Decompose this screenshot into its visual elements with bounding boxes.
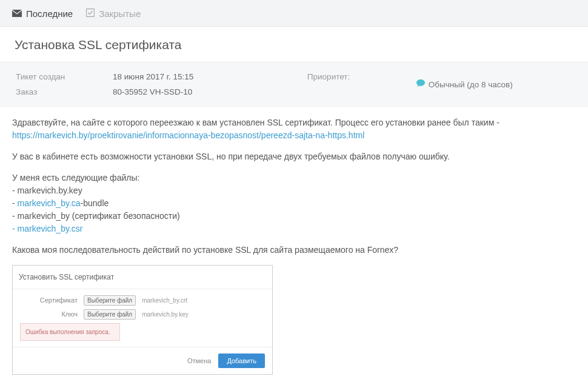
error-message: Ошибка выполнения запроса. [20,323,120,341]
created-value: 18 июня 2017 г. 15:15 [113,72,193,81]
ticket-meta: Тикет создан 18 июня 2017 г. 15:15 Заказ… [0,62,588,107]
ticket-title: Установка SSL сертификата [0,27,588,62]
files-intro-text: У меня есть следующие файлы [12,173,137,183]
files-colon: : [137,173,139,183]
priority-text: Обычный (до 8 часов) [429,80,513,89]
msg-para2: У вас в кабинете есть возможности устано… [12,150,576,163]
file2-link[interactable]: markevich_by.ca [18,198,81,208]
file3: - markevich_by (сертификат безопасности) [12,211,180,221]
cert-label: Сертификат [20,295,78,306]
tabs-bar: Последние Закрытые [0,0,588,27]
file2-pre: - [12,198,18,208]
embedded-panel: Установить SSL сертификат Сертификат Выб… [12,265,273,375]
tab-closed[interactable]: Закрытые [86,8,141,19]
add-button[interactable]: Добавить [218,354,265,368]
file4: - markevich_by.csr [12,224,82,233]
file1: - markevich.by.key [12,186,82,195]
key-filename: markevich.by.key [142,310,189,319]
choose-cert-button[interactable]: Выберите файл [84,295,136,306]
order-label: Заказ [16,87,113,96]
svg-rect-0 [87,9,95,17]
tab-recent[interactable]: Последние [12,8,73,19]
order-value: 80-35952 VH-SSD-10 [113,87,192,96]
choose-key-button[interactable]: Выберите файл [84,309,136,320]
msg-intro: Здравствуйте, на сайте с которого переез… [12,118,499,127]
ticket-message: Здравствуйте, на сайте с которого переез… [0,107,588,382]
priority-label: Приоритет: [307,72,416,96]
embedded-title: Установить SSL сертификат [13,266,272,289]
tab-recent-label: Последние [26,8,73,19]
created-label: Тикет создан [16,72,113,81]
comment-icon [416,79,425,89]
mail-icon [12,8,22,19]
msg-question: Какова моя последовательность действий п… [12,244,576,256]
key-label: Ключ [20,309,78,320]
cert-filename: markevich_by.crt [142,296,187,305]
check-square-icon [86,8,95,19]
file2-suf: -bundle [81,198,109,208]
cancel-button[interactable]: Отмена [187,356,211,366]
priority-value: Обычный (до 8 часов) [416,72,513,96]
msg-link[interactable]: https://markevich.by/proektirovanie/info… [12,130,364,140]
tab-closed-label: Закрытые [99,8,141,19]
